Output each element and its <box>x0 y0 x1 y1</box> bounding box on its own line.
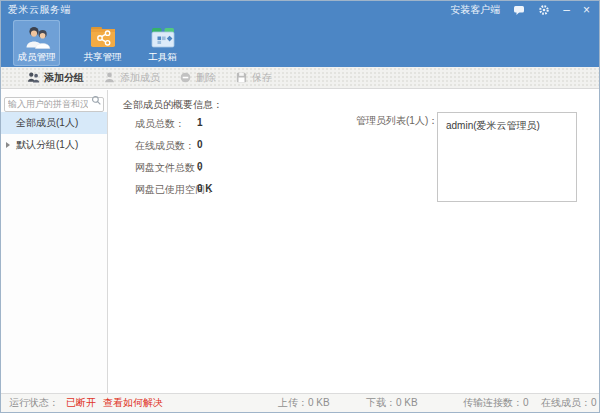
run-status-value: 已断开 <box>66 394 96 412</box>
sidebar-item-all-members[interactable]: 全部成员(1人) <box>1 112 107 134</box>
delete-label: 删除 <box>196 71 216 85</box>
admin-list-box[interactable]: admin(爱米云管理员) <box>437 112 577 202</box>
add-member-label: 添加成员 <box>120 71 160 85</box>
statusbar: 运行状态： 已断开 查看如何解决 上传：0 KB 下载：0 KB 传输连接数：0… <box>1 393 599 412</box>
install-client-button[interactable]: 安装客户端 <box>450 3 500 17</box>
app-window: 爱米云服务端 安装客户端 – × <box>0 0 600 413</box>
tab-label: 共享管理 <box>84 51 122 64</box>
search-icon <box>91 95 102 106</box>
online-members-metric: 在线成员：0 <box>541 394 597 412</box>
main-toolbar: 成员管理 共享管理 <box>1 19 599 67</box>
download-label: 下载： <box>366 397 396 408</box>
run-status: 运行状态： 已断开 查看如何解决 <box>9 394 163 412</box>
summary-title: 全部成员的概要信息： <box>123 98 223 112</box>
sidebar-item-label: 全部成员(1人) <box>16 117 78 128</box>
upload-metric: 上传：0 KB <box>278 394 330 412</box>
online-members-value: 0 <box>591 397 597 408</box>
collapse-triangle-icon[interactable] <box>6 142 10 148</box>
tab-member-management[interactable]: 成员管理 <box>13 20 60 66</box>
tab-share-management[interactable]: 共享管理 <box>79 20 126 66</box>
add-member-button[interactable]: 添加成员 <box>103 71 160 85</box>
connections-metric: 传输连接数：0 <box>463 394 529 412</box>
titlebar-controls: 安装客户端 – × <box>450 3 590 17</box>
add-group-icon <box>27 71 40 84</box>
member-search-input[interactable] <box>4 97 104 112</box>
stat-value-disk-used: 0 K <box>197 183 213 194</box>
toolbox-icon <box>149 23 177 51</box>
add-member-icon <box>103 71 116 84</box>
settings-gear-icon[interactable] <box>538 4 550 16</box>
summary-panel: 全部成员的概要信息： 成员总数： 1 在线成员数： 0 网盘文件总数： 0 网盘… <box>109 90 599 393</box>
search-box <box>4 93 104 108</box>
download-value: 0 KB <box>396 397 418 408</box>
download-metric: 下载：0 KB <box>366 394 418 412</box>
sidebar-item-default-group[interactable]: 默认分组(1人) <box>1 134 107 156</box>
upload-value: 0 KB <box>308 397 330 408</box>
admin-list-label: 管理员列表(1人)： <box>356 114 438 128</box>
stat-label-online-members: 在线成员数： <box>135 139 195 153</box>
tab-toolbox[interactable]: 工具箱 <box>139 20 186 66</box>
add-group-button[interactable]: 添加分组 <box>27 71 84 85</box>
online-members-label: 在线成员： <box>541 397 591 408</box>
close-button[interactable]: × <box>583 5 590 15</box>
stat-value-total-members: 1 <box>197 117 203 128</box>
save-label: 保存 <box>252 71 272 85</box>
feedback-bubble-icon[interactable] <box>513 4 525 16</box>
admin-list-item[interactable]: admin(爱米云管理员) <box>438 113 576 133</box>
delete-icon <box>179 71 192 84</box>
titlebar: 爱米云服务端 安装客户端 – × <box>1 1 599 19</box>
window-title: 爱米云服务端 <box>8 3 71 17</box>
minimize-button[interactable]: – <box>563 5 570 15</box>
share-folder-icon <box>89 23 117 51</box>
save-button[interactable]: 保存 <box>235 71 272 85</box>
sidebar: 全部成员(1人) 默认分组(1人) <box>1 90 108 393</box>
group-list: 全部成员(1人) 默认分组(1人) <box>1 112 107 156</box>
stat-value-disk-files: 0 <box>197 161 203 172</box>
sidebar-item-label: 默认分组(1人) <box>16 139 78 150</box>
stat-label-disk-files: 网盘文件总数： <box>135 161 205 175</box>
connections-value: 0 <box>523 397 529 408</box>
run-status-label: 运行状态： <box>9 394 59 412</box>
fix-link[interactable]: 查看如何解决 <box>103 394 163 412</box>
save-icon <box>235 71 248 84</box>
tab-label: 工具箱 <box>148 51 177 64</box>
members-icon <box>23 23 51 51</box>
upload-label: 上传： <box>278 397 308 408</box>
stat-label-total-members: 成员总数： <box>135 117 185 131</box>
stat-value-online-members: 0 <box>197 139 203 150</box>
add-group-label: 添加分组 <box>44 71 84 85</box>
delete-button[interactable]: 删除 <box>179 71 216 85</box>
action-toolbar: 添加分组 添加成员 删除 保存 <box>1 67 599 89</box>
tab-label: 成员管理 <box>18 51 56 64</box>
connections-label: 传输连接数： <box>463 397 523 408</box>
